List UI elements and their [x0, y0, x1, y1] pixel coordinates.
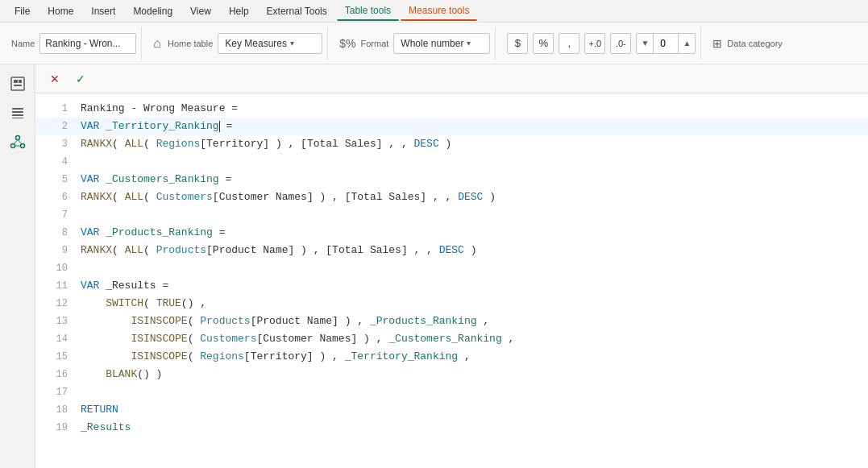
code-line: 9RANKX( ALL( Products[Product Name] ) , …: [35, 242, 868, 259]
sidebar-model-icon[interactable]: [5, 129, 31, 155]
ribbon-format-group: $% Format Whole number ▾: [334, 27, 496, 60]
svg-rect-0: [11, 77, 24, 90]
code-line: 8VAR _Products_Ranking =: [35, 224, 868, 242]
line-content: VAR _Territory_Ranking =: [81, 118, 232, 135]
main-area: ✕ ✓ 1Ranking - Wrong Measure =2VAR _Terr…: [0, 64, 868, 468]
line-number: 4: [45, 153, 68, 171]
home-table-dropdown[interactable]: Key Measures ▾: [218, 33, 322, 54]
data-category-icon: ⊞: [712, 37, 722, 50]
format-icon: $%: [339, 37, 355, 50]
line-number: 15: [45, 348, 68, 366]
svg-line-11: [14, 140, 18, 145]
editor-area[interactable]: ✕ ✓ 1Ranking - Wrong Measure =2VAR _Terr…: [35, 64, 868, 468]
comma-button[interactable]: ,: [559, 33, 579, 54]
home-table-chevron: ▾: [290, 39, 294, 48]
line-content: RETURN: [81, 401, 118, 419]
line-number: 10: [45, 259, 68, 277]
code-line: 17: [35, 383, 868, 401]
line-number: 9: [45, 242, 68, 259]
line-number: 12: [45, 295, 68, 313]
home-table-value: Key Measures: [225, 38, 287, 49]
line-number: 13: [45, 313, 68, 330]
menu-help[interactable]: Help: [221, 2, 257, 20]
line-content: RANKX( ALL( Regions[Territory] ) , [Tota…: [81, 135, 451, 153]
code-line: 2VAR _Territory_Ranking =: [35, 118, 868, 135]
ribbon-name-group: Name: [6, 27, 142, 60]
code-line: 7: [35, 206, 868, 224]
line-number: 17: [45, 383, 68, 401]
sidebar-data-icon[interactable]: [5, 100, 31, 126]
home-table-icon: ⌂: [153, 36, 161, 51]
menu-file[interactable]: File: [6, 2, 38, 20]
code-line: 19_Results: [35, 419, 868, 437]
line-content: BLANK() ): [81, 366, 162, 383]
percent-button[interactable]: %: [533, 33, 554, 54]
menu-view[interactable]: View: [182, 2, 219, 20]
dollar-button[interactable]: $: [507, 33, 528, 54]
format-value: Whole number: [401, 38, 463, 49]
editor-toolbar: ✕ ✓: [35, 64, 868, 93]
line-content: ISINSCOPE( Regions[Territory] ) , _Terri…: [81, 348, 471, 366]
measure-name-input[interactable]: [39, 33, 136, 54]
code-line: 1Ranking - Wrong Measure =: [35, 100, 868, 118]
format-chevron: ▾: [467, 39, 471, 48]
svg-rect-6: [12, 114, 23, 116]
svg-rect-4: [12, 108, 23, 110]
stepper-up-button[interactable]: ▲: [679, 34, 695, 53]
code-line: 14 ISINSCOPE( Customers[Customer Names] …: [35, 330, 868, 348]
svg-line-12: [18, 140, 22, 145]
code-line: 18RETURN: [35, 401, 868, 419]
line-content: VAR _Results =: [81, 277, 168, 295]
menu-modeling[interactable]: Modeling: [125, 2, 181, 20]
decimal-increase-button[interactable]: +.0: [584, 33, 605, 54]
line-number: 18: [45, 401, 68, 419]
line-number: 11: [45, 277, 68, 295]
line-content: SWITCH( TRUE() ,: [81, 295, 206, 313]
svg-rect-2: [19, 80, 22, 83]
line-number: 6: [45, 188, 68, 206]
data-category-label: Data category: [727, 39, 782, 48]
ribbon: Name ⌂ Home table Key Measures ▾ $% Form…: [0, 23, 868, 64]
home-table-label: Home table: [168, 39, 213, 48]
format-dropdown[interactable]: Whole number ▾: [393, 33, 490, 54]
line-content: Ranking - Wrong Measure =: [81, 100, 238, 118]
line-content: VAR _Products_Ranking =: [81, 224, 225, 242]
line-number: 1: [45, 100, 68, 118]
line-number: 14: [45, 330, 68, 348]
menu-insert[interactable]: Insert: [83, 2, 123, 20]
line-content: VAR _Customers_Ranking =: [81, 171, 231, 188]
confirm-edit-button[interactable]: ✓: [71, 69, 90, 89]
menu-home[interactable]: Home: [39, 2, 81, 20]
menu-table-tools[interactable]: Table tools: [337, 2, 399, 21]
svg-rect-5: [12, 111, 23, 113]
line-content: _Results: [81, 419, 131, 437]
sidebar-report-icon[interactable]: [5, 71, 31, 97]
code-line: 3RANKX( ALL( Regions[Territory] ) , [Tot…: [35, 135, 868, 153]
cancel-edit-button[interactable]: ✕: [45, 69, 64, 89]
code-line: 15 ISINSCOPE( Regions[Territory] ) , _Te…: [35, 348, 868, 366]
svg-rect-3: [14, 85, 22, 86]
svg-point-10: [20, 144, 24, 148]
code-line: 12 SWITCH( TRUE() ,: [35, 295, 868, 313]
code-line: 6RANKX( ALL( Customers[Customer Names] )…: [35, 188, 868, 206]
code-line: 13 ISINSCOPE( Products[Product Name] ) ,…: [35, 313, 868, 330]
code-editor[interactable]: 1Ranking - Wrong Measure =2VAR _Territor…: [35, 93, 868, 443]
svg-rect-1: [14, 80, 18, 83]
name-label: Name: [11, 39, 35, 48]
decimal-stepper: ▼ 0 ▲: [636, 33, 696, 54]
stepper-down-button[interactable]: ▼: [637, 34, 653, 53]
line-number: 2: [45, 118, 68, 135]
line-content: ISINSCOPE( Products[Product Name] ) , _P…: [81, 313, 489, 330]
stepper-value: 0: [653, 34, 679, 53]
code-line: 10: [35, 259, 868, 277]
line-number: 7: [45, 206, 68, 224]
ribbon-home-table-group: ⌂ Home table Key Measures ▾: [148, 27, 328, 60]
decimal-decrease-button[interactable]: .0-: [610, 33, 631, 54]
line-number: 3: [45, 135, 68, 153]
svg-point-9: [10, 144, 15, 148]
menu-external-tools[interactable]: External Tools: [259, 2, 335, 20]
line-content: RANKX( ALL( Customers[Customer Names] ) …: [81, 188, 496, 206]
code-line: 4: [35, 153, 868, 171]
code-line: 16 BLANK() ): [35, 366, 868, 383]
menu-measure-tools[interactable]: Measure tools: [401, 2, 477, 21]
